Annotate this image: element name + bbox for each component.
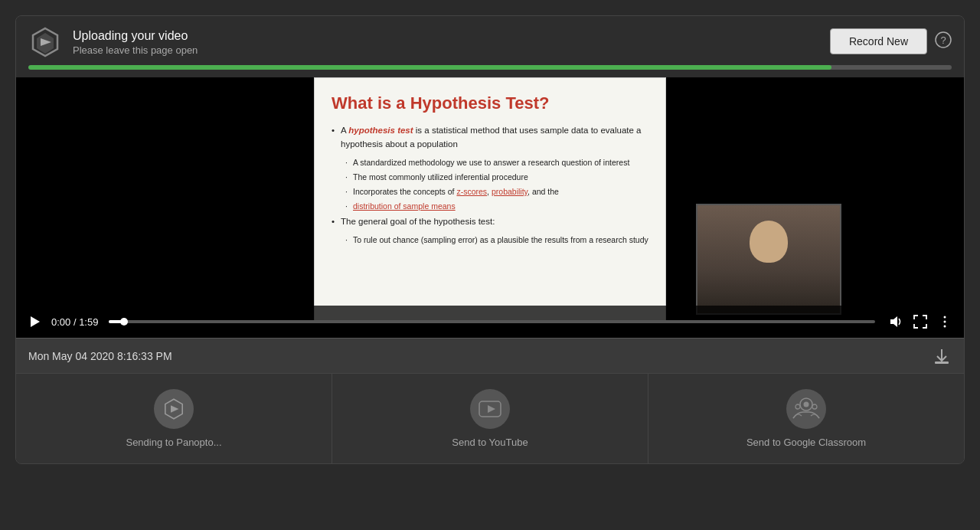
slide-bullet-2: The general goal of the hypothesis test: xyxy=(332,215,648,229)
more-options-icon xyxy=(938,315,952,329)
svg-point-16 xyxy=(804,402,809,407)
slide-sub-1: A standardized methodology we use to ans… xyxy=(344,156,648,168)
slide-sub-3: Incorporates the concepts of z-scores, p… xyxy=(344,185,648,198)
panopto-logo-icon xyxy=(28,25,62,59)
timestamp-bar: Mon May 04 2020 8:16:33 PM xyxy=(16,338,964,373)
video-progress-track[interactable] xyxy=(109,320,875,323)
slide-frame: What is a Hypothesis Test? A hypothesis … xyxy=(314,77,666,322)
youtube-label: Send to YouTube xyxy=(452,437,528,448)
svg-text:?: ? xyxy=(940,34,946,46)
google-classroom-icon-wrap xyxy=(786,389,826,429)
help-icon: ? xyxy=(935,31,952,48)
help-button[interactable]: ? xyxy=(935,31,952,52)
webcam-overlay xyxy=(696,204,841,315)
volume-icon xyxy=(889,315,903,329)
youtube-icon xyxy=(479,401,501,417)
send-to-youtube-button[interactable]: Send to YouTube xyxy=(332,374,648,463)
distribution-link: distribution of sample means xyxy=(353,201,456,211)
controls-right xyxy=(886,312,955,332)
fullscreen-button[interactable] xyxy=(910,312,930,332)
play-icon xyxy=(28,316,41,328)
main-window: Uploading your video Please leave this p… xyxy=(15,15,965,464)
video-controls: 0:00 / 1:59 xyxy=(16,306,964,338)
header-left: Uploading your video Please leave this p… xyxy=(28,25,198,59)
volume-button[interactable] xyxy=(886,312,906,332)
svg-marker-6 xyxy=(890,316,897,327)
svg-marker-14 xyxy=(488,405,495,413)
download-button[interactable] xyxy=(932,346,952,366)
zscores-link: z-scores xyxy=(456,187,487,196)
svg-point-18 xyxy=(812,404,817,409)
slide-sub-4: To rule out chance (sampling error) as a… xyxy=(344,234,648,246)
upload-subtitle: Please leave this page open xyxy=(73,44,198,56)
timestamp-text: Mon May 04 2020 8:16:33 PM xyxy=(28,350,172,362)
record-new-button[interactable]: Record New xyxy=(830,28,927,54)
google-classroom-icon xyxy=(792,397,820,421)
play-button[interactable] xyxy=(25,312,44,331)
time-display: 0:00 / 1:59 xyxy=(51,316,98,328)
header: Uploading your video Please leave this p… xyxy=(16,16,964,59)
video-area: What is a Hypothesis Test? A hypothesis … xyxy=(16,77,964,338)
svg-marker-5 xyxy=(31,316,40,327)
probability-link: probability xyxy=(492,187,528,196)
slide-title: What is a Hypothesis Test? xyxy=(332,93,648,113)
fullscreen-icon xyxy=(913,315,927,329)
svg-point-9 xyxy=(944,326,946,328)
panopto-label: Sending to Panopto... xyxy=(126,437,221,448)
webcam-person xyxy=(697,205,840,313)
slide-bullet-1: A hypothesis test is a statistical metho… xyxy=(332,124,648,152)
svg-marker-12 xyxy=(171,405,178,413)
svg-point-17 xyxy=(795,404,800,409)
video-progress-thumb xyxy=(120,318,128,326)
panopto-icon-wrap xyxy=(154,389,194,429)
google-classroom-label: Send to Google Classroom xyxy=(746,437,866,448)
progress-track xyxy=(28,65,952,70)
download-icon xyxy=(932,346,952,366)
progress-fill xyxy=(28,65,831,70)
svg-point-8 xyxy=(944,321,946,323)
svg-rect-10 xyxy=(935,362,949,364)
svg-point-7 xyxy=(944,316,946,319)
send-to-panopto-button[interactable]: Sending to Panopto... xyxy=(16,374,332,463)
youtube-icon-wrap xyxy=(470,389,510,429)
hypothesis-test-italic: hypothesis test xyxy=(348,126,413,135)
header-right: Record New ? xyxy=(830,25,952,54)
more-options-button[interactable] xyxy=(935,312,955,332)
share-row: Sending to Panopto... Send to YouTube xyxy=(16,373,964,463)
upload-title: Uploading your video xyxy=(73,28,198,44)
send-to-google-classroom-button[interactable]: Send to Google Classroom xyxy=(648,374,964,463)
progress-bar-container xyxy=(16,59,964,77)
slide-content: A hypothesis test is a statistical metho… xyxy=(332,124,648,246)
panopto-share-icon xyxy=(162,397,186,421)
slide-sub-2: The most commonly utilized inferential p… xyxy=(344,171,648,183)
header-text: Uploading your video Please leave this p… xyxy=(73,28,198,56)
slide-sub-3b: distribution of sample means xyxy=(344,200,648,212)
